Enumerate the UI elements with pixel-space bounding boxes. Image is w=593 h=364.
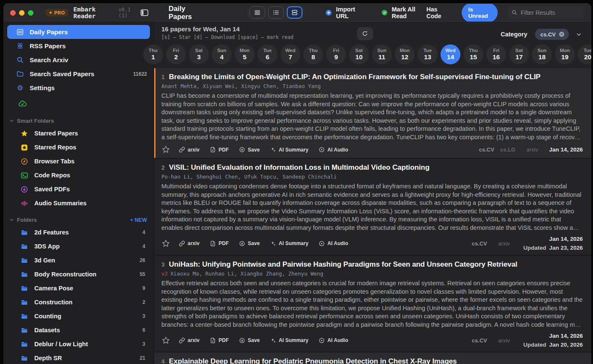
sidebar-item-settings[interactable]: Settings: [3, 81, 154, 95]
is-unread-filter[interactable]: Is Unread: [462, 3, 498, 22]
folder-counting[interactable]: Counting3: [3, 309, 154, 323]
file-icon: [210, 146, 216, 153]
date-pill-9[interactable]: Fri9: [326, 44, 346, 64]
paper-number: 4: [161, 358, 165, 364]
paper-category-tag: cs.LG: [500, 146, 515, 153]
date-pill-6[interactable]: Tue6: [258, 44, 277, 64]
date-day-number: 11: [378, 53, 385, 61]
folder-deblur-low-light[interactable]: Deblur / Low Light3: [3, 337, 154, 351]
sidebar-item-rss-papers[interactable]: RSS Papers: [3, 39, 154, 53]
star-paper-button[interactable]: [161, 336, 170, 345]
folder-2d-features[interactable]: 2d Features4: [3, 226, 154, 239]
paper-card-1[interactable]: 1Breaking the Limits of Open-Weight CLIP…: [154, 68, 591, 158]
paper-action-save[interactable]: Save: [239, 146, 260, 153]
folder-3ds-app[interactable]: 3DS App4: [3, 240, 154, 253]
filter-results-input[interactable]: [521, 9, 581, 16]
paper-action-pdf[interactable]: PDF: [210, 146, 229, 153]
date-day-name: Mon: [400, 48, 410, 53]
paper-category-tag: cs.CV: [472, 240, 487, 247]
date-pill-20[interactable]: Tue20: [578, 44, 591, 64]
folder-icon: [20, 270, 28, 279]
category-chevron-icon[interactable]: [576, 31, 582, 38]
paper-action-ai-summary[interactable]: AI Summary: [270, 240, 308, 247]
date-pill-15[interactable]: Thu15: [463, 44, 483, 64]
date-pill-14[interactable]: Wed14: [441, 44, 460, 64]
paper-action-arxiv[interactable]: arxiv: [179, 146, 200, 153]
paper-action-save[interactable]: Save: [239, 240, 260, 247]
paper-authors: Po-han Li, Shenghui Chen, Ufuk Topcu, Sa…: [161, 174, 583, 180]
date-pill-17[interactable]: Sat17: [509, 44, 529, 64]
paper-action-pdf[interactable]: PDF: [210, 337, 229, 344]
date-pill-16[interactable]: Fri16: [486, 44, 506, 64]
paper-action-ai-summary[interactable]: AI Summary: [270, 337, 308, 344]
paper-action-ai-summary[interactable]: AI Summary: [270, 146, 308, 153]
paper-card-4[interactable]: 4Explainable Deep Learning for Pediatric…: [154, 352, 591, 364]
paper-action-pdf[interactable]: PDF: [210, 240, 229, 247]
view-list-button[interactable]: [268, 6, 284, 19]
paper-date: Jan 14, 2026: [549, 333, 583, 339]
smart-folder-code-repos[interactable]: Code Repos: [3, 168, 154, 182]
view-toggle-group: [247, 5, 305, 20]
folders-header[interactable]: Folders + NEW: [3, 217, 154, 223]
paper-card-2[interactable]: 2ViSIL: Unified Evaluation of Informatio…: [154, 158, 591, 255]
category-tag[interactable]: cs.CV: [535, 29, 569, 40]
date-pill-19[interactable]: Mon19: [555, 44, 575, 64]
folder-body-reconstruction[interactable]: Body Reconstruction55: [3, 267, 154, 281]
paper-title: Explainable Deep Learning for Pediatric …: [169, 357, 457, 364]
sidebar-item-search-arxiv[interactable]: Search Arxiv: [3, 53, 154, 67]
date-pill-7[interactable]: Wed7: [280, 44, 300, 64]
folder-camera-pose[interactable]: Camera Pose9: [3, 281, 154, 295]
date-pill-8[interactable]: Thu8: [303, 44, 323, 64]
folder-3d-gen[interactable]: 3d Gen26: [3, 254, 154, 267]
folder-datasets[interactable]: Datasets6: [3, 323, 154, 337]
paper-action-ai-audio[interactable]: AI Audio: [319, 240, 348, 247]
date-pill-12[interactable]: Mon12: [395, 44, 415, 64]
date-pill-2[interactable]: Fri2: [166, 44, 186, 64]
paper-action-arxiv[interactable]: arxiv: [179, 337, 200, 344]
smart-folder-starred-repos[interactable]: Starred Repos: [3, 141, 154, 154]
folder-outline-icon: [16, 70, 24, 78]
folder-label: 2d Features: [34, 229, 69, 236]
minimize-window-button[interactable]: [19, 10, 25, 16]
zoom-window-button[interactable]: [28, 10, 33, 16]
folder-depth-sr[interactable]: Depth SR21: [3, 351, 154, 364]
date-day-name: Mon: [560, 48, 570, 53]
date-pill-1[interactable]: Thu1: [143, 44, 163, 64]
smart-folders-header[interactable]: Smart Folders: [3, 118, 154, 124]
paper-action-ai-audio[interactable]: AI Audio: [319, 146, 348, 153]
import-url-button[interactable]: Import URL: [325, 6, 364, 19]
date-pill-11[interactable]: Sun11: [372, 44, 392, 64]
close-window-button[interactable]: [10, 10, 16, 16]
paper-source: arxiv: [526, 146, 538, 153]
paper-action-arxiv[interactable]: arxiv: [179, 240, 200, 247]
date-pill-13[interactable]: Tue13: [418, 44, 438, 64]
paper-card-3[interactable]: 3UniHash: Unifying Pointwise and Pairwis…: [154, 255, 591, 352]
refresh-button[interactable]: [357, 27, 373, 40]
smart-folder-saved-pdfs[interactable]: Saved PDFs: [3, 182, 154, 196]
smart-folder-audio-summaries[interactable]: Audio Summaries: [3, 196, 154, 210]
star-paper-button[interactable]: [161, 239, 170, 248]
date-pill-10[interactable]: Sat10: [349, 44, 369, 64]
sidebar-toggle-icon[interactable]: [140, 8, 150, 18]
smart-folders-title: Smart Folders: [17, 118, 54, 124]
smart-folder-browser-tabs[interactable]: Browser Tabs: [3, 154, 154, 168]
view-cards-button[interactable]: [287, 6, 302, 19]
date-pill-18[interactable]: Sun18: [532, 44, 552, 64]
star-paper-button[interactable]: [161, 145, 170, 154]
folder-icon: [20, 354, 28, 362]
remove-tag-icon[interactable]: [558, 31, 565, 38]
has-code-filter[interactable]: Has Code: [427, 6, 451, 19]
new-folder-button[interactable]: + NEW: [130, 217, 147, 223]
paper-action-save[interactable]: Save: [239, 337, 260, 344]
smart-folder-starred-papers[interactable]: Starred Papers: [3, 127, 154, 140]
date-pill-5[interactable]: Mon5: [235, 44, 255, 64]
date-pill-3[interactable]: Sat3: [189, 44, 209, 64]
sidebar-item-daily-papers[interactable]: Daily Papers: [7, 25, 150, 39]
sidebar-item-search-saved-papers[interactable]: Search Saved Papers11622: [3, 67, 154, 81]
paper-action-ai-audio[interactable]: AI Audio: [319, 337, 348, 344]
mark-all-read-button[interactable]: Mark All Read: [381, 6, 427, 19]
folder-construction[interactable]: Construction2: [3, 295, 154, 309]
view-compact-button[interactable]: [249, 6, 265, 19]
date-day-name: Sun: [217, 48, 227, 53]
date-pill-4[interactable]: Sun4: [212, 44, 232, 64]
